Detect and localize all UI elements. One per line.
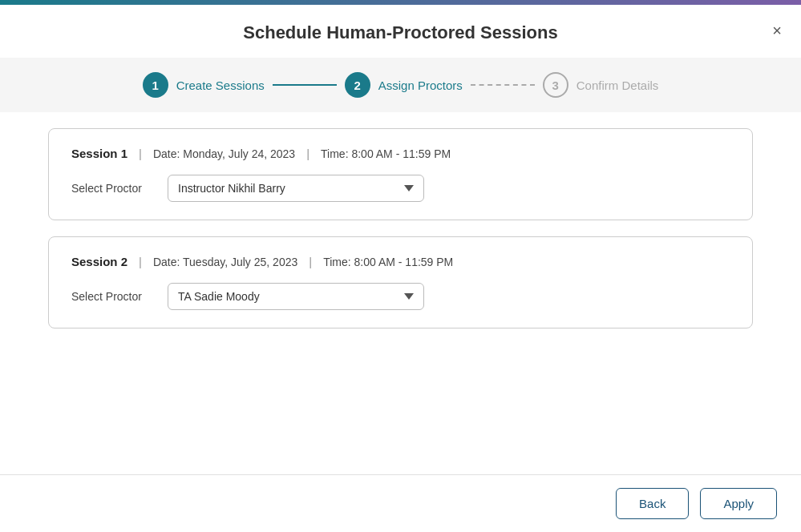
session-2-proctor-select[interactable]: Instructor Nikhil Barry TA Sadie Moody D…	[168, 283, 424, 310]
session-2-date: Date: Tuesday, July 25, 2023	[153, 256, 297, 268]
session-2-proctor-row: Select Proctor Instructor Nikhil Barry T…	[71, 283, 730, 310]
session-1-proctor-select[interactable]: Instructor Nikhil Barry TA Sadie Moody D…	[168, 175, 424, 202]
session-1-card: Session 1 | Date: Monday, July 24, 2023 …	[48, 128, 753, 220]
apply-button[interactable]: Apply	[700, 488, 777, 519]
session-2-proctor-label: Select Proctor	[71, 290, 152, 303]
close-button[interactable]: ×	[769, 19, 785, 42]
session-1-date: Date: Monday, July 24, 2023	[153, 147, 295, 160]
sep-1a: |	[139, 147, 142, 160]
session-1-proctor-row: Select Proctor Instructor Nikhil Barry T…	[71, 175, 730, 202]
sep-2b: |	[309, 255, 312, 268]
session-2-header: Session 2 | Date: Tuesday, July 25, 2023…	[71, 255, 730, 268]
session-2-time: Time: 8:00 AM - 11:59 PM	[323, 256, 453, 268]
modal-footer: Back Apply	[0, 474, 801, 532]
step-1-circle: 1	[143, 72, 168, 98]
session-2-card: Session 2 | Date: Tuesday, July 25, 2023…	[48, 236, 753, 328]
step-3: 3 Confirm Details	[543, 72, 659, 98]
step-connector-1-2	[273, 84, 337, 86]
sessions-content: Session 1 | Date: Monday, July 24, 2023 …	[0, 128, 801, 474]
sep-1b: |	[306, 147, 309, 160]
session-2-title: Session 2	[71, 255, 127, 268]
session-1-header: Session 1 | Date: Monday, July 24, 2023 …	[71, 147, 730, 160]
step-connector-2-3	[471, 84, 535, 86]
steps-bar: 1 Create Sessions 2 Assign Proctors 3 Co…	[0, 58, 801, 112]
step-1-label: Create Sessions	[176, 79, 265, 92]
back-button[interactable]: Back	[616, 488, 689, 519]
step-2-circle: 2	[345, 72, 370, 98]
step-3-label: Confirm Details	[576, 79, 659, 92]
sep-2a: |	[139, 255, 142, 268]
modal-container: Schedule Human-Proctored Sessions × 1 Cr…	[0, 0, 801, 532]
step-2-label: Assign Proctors	[378, 79, 463, 92]
session-1-proctor-label: Select Proctor	[71, 182, 152, 195]
session-1-time: Time: 8:00 AM - 11:59 PM	[321, 147, 451, 160]
step-2: 2 Assign Proctors	[345, 72, 463, 98]
step-1: 1 Create Sessions	[143, 72, 265, 98]
step-3-circle: 3	[543, 72, 568, 98]
modal-title: Schedule Human-Proctored Sessions	[243, 22, 557, 43]
modal-header: Schedule Human-Proctored Sessions ×	[0, 5, 801, 58]
session-1-title: Session 1	[71, 147, 127, 160]
